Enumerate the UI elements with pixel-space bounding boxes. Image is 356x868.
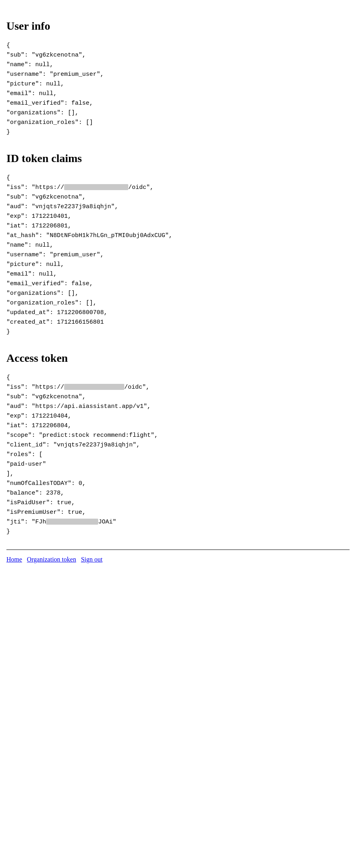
footer-divider (6, 550, 350, 550)
iss-redacted (64, 184, 128, 190)
access-iss-redacted (64, 384, 124, 390)
user-info-code: { "sub": "vg6zkcenotna", "name": null, "… (6, 41, 350, 137)
user-info-section: User info { "sub": "vg6zkcenotna", "name… (6, 18, 350, 137)
id-token-claims-heading: ID token claims (6, 150, 350, 167)
access-token-code: { "iss": "https:// /oidc", "sub": "vg6zk… (6, 373, 350, 537)
id-token-claims-section: ID token claims { "iss": "https:// /oidc… (6, 150, 350, 337)
access-token-heading: Access token (6, 350, 350, 367)
access-token-section: Access token { "iss": "https:// /oidc", … (6, 350, 350, 537)
home-link[interactable]: Home (6, 556, 22, 563)
user-info-heading: User info (6, 18, 350, 34)
footer-links: Home Organization token Sign out (6, 555, 350, 564)
organization-token-link[interactable]: Organization token (27, 556, 76, 563)
jti-redacted (46, 519, 98, 525)
id-token-claims-code: { "iss": "https:// /oidc", "sub": "vg6zk… (6, 173, 350, 337)
sign-out-link[interactable]: Sign out (81, 556, 103, 563)
